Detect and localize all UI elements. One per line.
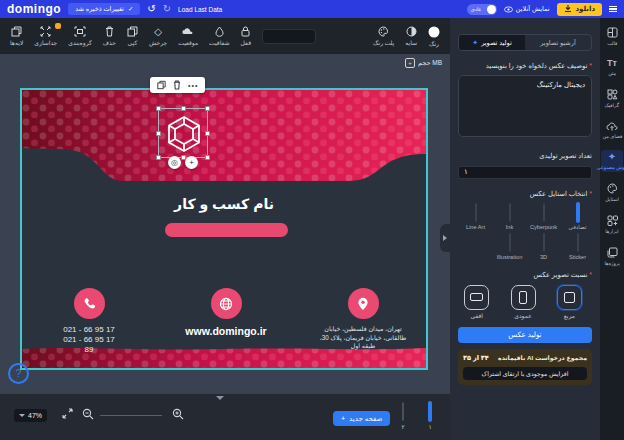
rail-item-styles[interactable]: استایل — [601, 181, 623, 204]
ratio-vertical[interactable]: عمودی — [504, 285, 541, 319]
palette-button[interactable]: پلت رنگ — [373, 26, 394, 46]
tagline-pill-shape[interactable] — [165, 223, 288, 237]
prompt-textarea[interactable]: دیجیتال مارکتینگ — [458, 75, 592, 137]
color-swatch-field[interactable] — [262, 29, 316, 44]
download-button[interactable]: دانلود — [557, 3, 602, 16]
online-preview-label: نمایش آنلاین — [516, 5, 550, 13]
bottombar-collapse-icon[interactable] — [216, 396, 224, 400]
resize-handle-nw[interactable] — [156, 106, 161, 111]
ratio-horizontal[interactable]: افقی — [458, 285, 495, 319]
resize-icon: + — [405, 58, 415, 68]
website-contact-block[interactable]: www.domingo.ir — [176, 288, 276, 337]
cloud-upload-icon — [606, 121, 618, 131]
delete-element-icon[interactable] — [173, 80, 181, 90]
move-handle-icon[interactable]: + — [185, 156, 198, 169]
opacity-button[interactable]: شفافیت — [209, 26, 229, 46]
color-button[interactable]: رنگ — [428, 26, 440, 47]
rail-item-graphics[interactable]: گرافیک — [601, 87, 623, 110]
style-ink[interactable]: Ink — [495, 204, 524, 230]
resize-handle-sw[interactable] — [156, 155, 161, 160]
menu-icon[interactable] — [609, 6, 617, 13]
online-preview-button[interactable]: نمایش آنلاین — [504, 5, 550, 13]
page-1-number: ۱ — [419, 423, 441, 430]
undo-icon[interactable]: ↺ — [147, 4, 155, 14]
style-cyberpunk[interactable]: Cyberpunk — [529, 204, 558, 230]
style-3d[interactable]: 3D — [529, 234, 558, 260]
image-count-input[interactable] — [458, 166, 592, 179]
image-count-label: تعداد تصویر تولیدی — [458, 152, 592, 160]
quota-title: مجموع درخواست AI باقیمانده — [498, 354, 587, 361]
more-options-icon[interactable]: ••• — [188, 82, 198, 89]
premium-badge — [55, 23, 61, 29]
lock-button[interactable]: قفل — [241, 26, 251, 46]
business-name-text[interactable]: نام کسب و کار — [22, 196, 426, 212]
ungroup-button[interactable]: جداسازی — [34, 26, 57, 46]
style-cyberpunk-thumb — [543, 203, 545, 222]
help-button[interactable]: ? — [8, 363, 29, 384]
duplicate-icon[interactable] — [157, 80, 166, 90]
page-thumbnail-1[interactable]: ۱ — [419, 403, 441, 430]
rotate-handle-icon[interactable]: ◎ — [168, 156, 181, 169]
style-illustration[interactable]: Illustration — [495, 234, 524, 260]
zoom-in-icon[interactable] — [172, 408, 184, 420]
mode-toggle-label: عادی — [471, 6, 482, 12]
rail-item-tools[interactable]: ابزارها — [601, 213, 623, 236]
changes-saved-button[interactable]: تغییرات ذخیره شد ✓ — [68, 3, 140, 15]
style-ink-thumb — [509, 203, 511, 222]
fit-screen-icon[interactable] — [62, 408, 73, 419]
ratio-label: * نسبت تصویر عکس — [458, 271, 592, 279]
shadow-button[interactable]: سایه — [405, 26, 417, 46]
copy-button[interactable]: کپی — [127, 26, 138, 46]
style-sticker[interactable]: Sticker — [563, 234, 592, 260]
plus-icon: + — [341, 415, 345, 422]
rail-item-my-space[interactable]: فضای من — [601, 119, 623, 141]
ai-image-panel: ✦ تولید تصویر آرشیو تصاویر * توصیف عکس د… — [450, 18, 600, 440]
redo-icon[interactable]: ↻ — [163, 4, 171, 14]
group-button[interactable]: گروه‌بندی — [68, 26, 92, 46]
rail-item-ai[interactable]: ✦ هوش مصنوعی — [601, 150, 623, 172]
mode-toggle[interactable]: عادی — [467, 4, 497, 15]
resize-handle-w[interactable] — [156, 131, 161, 136]
style-grid: تصادفی Cyberpunk Ink Line Art Sticker 3D… — [458, 204, 592, 260]
phone-contact-block[interactable]: 021 - 66 95 17 021 - 66 95 17 89 — [39, 288, 139, 355]
page-thumbnail-2[interactable]: ۲ — [392, 403, 414, 430]
resize-handle-se[interactable] — [205, 155, 210, 160]
hexagon-logo[interactable] — [164, 114, 204, 154]
logo-selection-box[interactable] — [158, 108, 208, 158]
resize-handle-ne[interactable] — [205, 106, 210, 111]
zoom-level-dropdown[interactable]: 47% — [14, 409, 47, 422]
address-contact-block[interactable]: تهران، میدان فلسطین، خیابان طالقانی، خیا… — [313, 288, 413, 351]
rotate-button[interactable]: ◇ چرخش — [149, 26, 167, 46]
tab-image-archive[interactable]: آرشیو تصاویر — [525, 35, 591, 50]
sparkle-icon: ✦ — [472, 39, 478, 47]
position-button[interactable]: موقعیت — [178, 26, 198, 46]
style-random[interactable]: تصادفی — [563, 204, 592, 230]
file-size-badge: + حجم MB — [405, 58, 442, 68]
new-page-button[interactable]: + صفحه جدید — [333, 411, 390, 426]
ratio-square[interactable]: مربع — [551, 285, 588, 319]
vertical-ratio-icon — [519, 291, 527, 304]
panel-collapse-button[interactable] — [440, 224, 450, 252]
upgrade-subscription-button[interactable]: افزایش موجودی با ارتقای اشتراک — [463, 367, 587, 380]
delete-button[interactable]: حذف — [103, 26, 116, 46]
website-url: www.domingo.ir — [176, 325, 276, 337]
shadow-icon — [406, 26, 417, 37]
layers-button[interactable]: لایه‌ها — [10, 26, 23, 46]
zoom-out-icon[interactable] — [82, 408, 94, 420]
rail-item-text[interactable]: Tт متن — [601, 57, 623, 78]
download-icon — [564, 5, 572, 13]
phone-number-3: 89 — [39, 345, 139, 355]
color-circle-icon — [428, 26, 440, 38]
style-line-art[interactable]: Line Art — [461, 204, 490, 230]
resize-handle-e[interactable] — [205, 131, 210, 136]
zoom-slider[interactable] — [100, 415, 162, 417]
rail-item-projects[interactable]: پروژه‌ها — [601, 245, 623, 268]
design-canvas[interactable]: + حجم MB — [0, 54, 450, 394]
generate-image-button[interactable]: تولید عکس — [458, 327, 592, 343]
business-card-artboard[interactable]: نام کسب و کار 021 - 66 95 17 021 - 66 95… — [20, 88, 428, 370]
load-last-data-button[interactable]: Load Last Data — [178, 6, 222, 13]
resize-handle-n[interactable] — [181, 106, 186, 111]
rail-item-templates[interactable]: قالب — [601, 25, 623, 48]
phone-number-1: 021 - 66 95 17 — [39, 325, 139, 335]
tab-generate-image[interactable]: ✦ تولید تصویر — [459, 35, 525, 50]
